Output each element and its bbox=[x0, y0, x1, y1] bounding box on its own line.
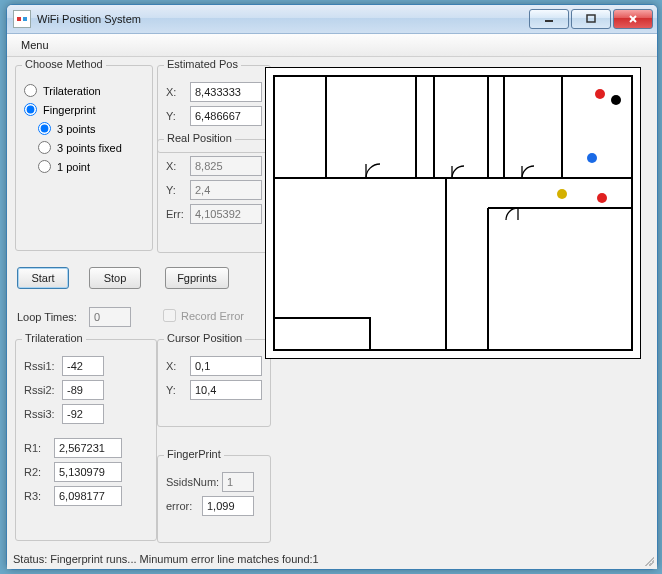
client-area: Choose Method Trilateration Fingerprint … bbox=[7, 57, 657, 549]
cursor-position-caption: Cursor Position bbox=[164, 332, 245, 344]
minimize-button[interactable] bbox=[529, 9, 569, 29]
cursor-x[interactable] bbox=[190, 356, 262, 376]
radio-3points-fixed-input[interactable] bbox=[38, 141, 51, 154]
status-bar: Status: Fingerprint runs... Minumum erro… bbox=[7, 549, 657, 569]
svg-point-22 bbox=[587, 153, 597, 163]
realpos-err bbox=[190, 204, 262, 224]
real-position-group: Real Position X: Y: Err: bbox=[157, 139, 271, 253]
loop-times-value bbox=[89, 307, 131, 327]
window-title: WiFi Position System bbox=[37, 13, 141, 25]
radio-1point[interactable]: 1 point bbox=[38, 160, 144, 173]
svg-point-21 bbox=[611, 95, 621, 105]
fingerprint-caption: FingerPrint bbox=[164, 448, 224, 460]
titlebar[interactable]: WiFi Position System bbox=[7, 5, 657, 34]
trilateration-caption: Trilateration bbox=[22, 332, 86, 344]
status-text: Status: Fingerprint runs... Minumum erro… bbox=[13, 553, 319, 565]
trilateration-group: Trilateration Rssi1: Rssi2: Rssi3: R1: R… bbox=[15, 339, 157, 541]
floorplan-canvas[interactable] bbox=[265, 67, 641, 359]
close-button[interactable] bbox=[613, 9, 653, 29]
menu-main[interactable]: Menu bbox=[13, 37, 57, 53]
resize-grip[interactable] bbox=[642, 554, 654, 566]
radio-1point-input[interactable] bbox=[38, 160, 51, 173]
real-position-caption: Real Position bbox=[164, 132, 235, 144]
estpos-x[interactable] bbox=[190, 82, 262, 102]
radio-3points[interactable]: 3 points bbox=[38, 122, 144, 135]
estpos-x-label: X: bbox=[166, 86, 190, 98]
r3[interactable] bbox=[54, 486, 122, 506]
choose-method-group: Choose Method Trilateration Fingerprint … bbox=[15, 65, 153, 251]
choose-method-caption: Choose Method bbox=[22, 58, 106, 70]
start-button[interactable]: Start bbox=[17, 267, 69, 289]
radio-fingerprint-input[interactable] bbox=[24, 103, 37, 116]
rssi3[interactable] bbox=[62, 404, 104, 424]
record-error-input bbox=[163, 309, 176, 322]
menu-strip: Menu bbox=[7, 34, 657, 57]
realpos-y bbox=[190, 180, 262, 200]
svg-rect-4 bbox=[274, 76, 632, 350]
ssids-num bbox=[222, 472, 254, 492]
record-error-checkbox: Record Error bbox=[163, 309, 244, 322]
realpos-y-label: Y: bbox=[166, 184, 190, 196]
rssi2[interactable] bbox=[62, 380, 104, 400]
fgprints-button[interactable]: Fgprints bbox=[165, 267, 229, 289]
radio-3points-input[interactable] bbox=[38, 122, 51, 135]
app-window: WiFi Position System Menu Choose Method … bbox=[6, 4, 658, 570]
estpos-y[interactable] bbox=[190, 106, 262, 126]
svg-rect-1 bbox=[587, 15, 595, 22]
maximize-button[interactable] bbox=[571, 9, 611, 29]
estimated-pos-caption: Estimated Pos bbox=[164, 58, 241, 70]
loop-times-label: Loop Times: bbox=[17, 311, 77, 323]
cursor-y[interactable] bbox=[190, 380, 262, 400]
fingerprint-group: FingerPrint SsidsNum: error: bbox=[157, 455, 271, 543]
svg-point-24 bbox=[597, 193, 607, 203]
cursor-position-group: Cursor Position X: Y: bbox=[157, 339, 271, 427]
realpos-x bbox=[190, 156, 262, 176]
fingerprint-error[interactable] bbox=[202, 496, 254, 516]
radio-trilateration-input[interactable] bbox=[24, 84, 37, 97]
realpos-x-label: X: bbox=[166, 160, 190, 172]
radio-trilateration[interactable]: Trilateration bbox=[24, 84, 144, 97]
stop-button[interactable]: Stop bbox=[89, 267, 141, 289]
estpos-y-label: Y: bbox=[166, 110, 190, 122]
realpos-err-label: Err: bbox=[166, 208, 190, 220]
svg-point-20 bbox=[595, 89, 605, 99]
r2[interactable] bbox=[54, 462, 122, 482]
app-icon bbox=[13, 10, 31, 28]
rssi1[interactable] bbox=[62, 356, 104, 376]
radio-fingerprint[interactable]: Fingerprint bbox=[24, 103, 144, 116]
r1[interactable] bbox=[54, 438, 122, 458]
radio-3points-fixed[interactable]: 3 points fixed bbox=[38, 141, 144, 154]
svg-point-23 bbox=[557, 189, 567, 199]
